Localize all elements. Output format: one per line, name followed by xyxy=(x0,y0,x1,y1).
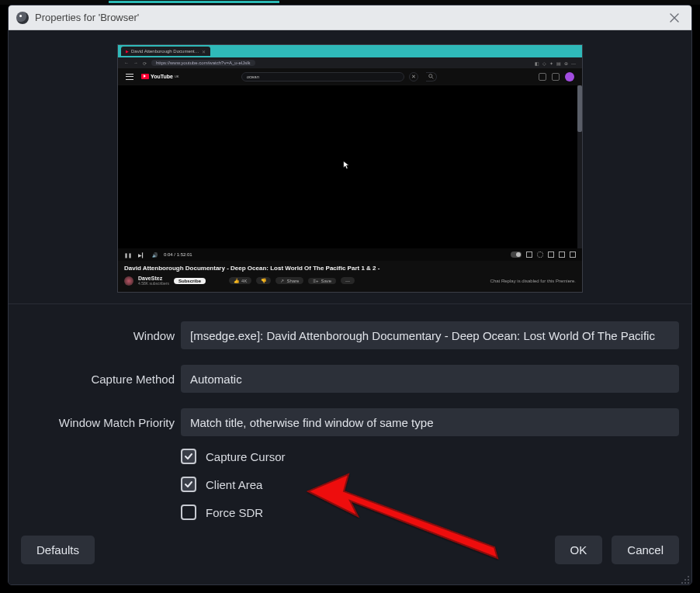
share-button: ↗Share xyxy=(275,277,303,284)
captions-icon xyxy=(526,251,532,258)
video-player xyxy=(118,85,582,248)
resize-grip-icon[interactable] xyxy=(681,574,690,583)
subscribe-button: Subscribe xyxy=(174,278,206,284)
fullscreen-icon xyxy=(570,251,576,258)
create-icon xyxy=(539,73,546,81)
svg-point-2 xyxy=(688,579,689,581)
checkbox-checked-icon xyxy=(181,477,196,492)
match-priority-label: Window Match Priority xyxy=(21,416,175,429)
client-area-label: Client Area xyxy=(206,478,262,491)
scrollbar xyxy=(577,85,582,248)
browser-toolbar-icons: ◧◇✦▤⊕⋯ xyxy=(535,61,576,66)
window-select[interactable]: [msedge.exe]: David Attenborough Documen… xyxy=(181,321,679,349)
settings-icon xyxy=(537,251,543,258)
youtube-search: ocean xyxy=(241,72,404,81)
force-sdr-label: Force SDR xyxy=(206,506,263,519)
checkbox-checked-icon xyxy=(181,449,196,464)
properties-form: Window [msedge.exe]: David Attenborough … xyxy=(9,304,691,526)
match-priority-select[interactable]: Match title, otherwise find window of sa… xyxy=(181,408,679,436)
pause-icon: ❚❚ xyxy=(124,252,132,258)
svg-point-1 xyxy=(688,576,689,577)
capture-preview: ▶ David Attenborough Document… ✕ ← → ⟳ h… xyxy=(117,44,583,293)
timecode: 0:04 / 1:52:01 xyxy=(164,252,192,257)
titlebar: Properties for 'Browser' xyxy=(9,5,691,30)
svg-point-6 xyxy=(681,582,683,584)
channel-name: DaveStez xyxy=(138,276,169,281)
close-button[interactable] xyxy=(665,9,684,27)
youtube-logo: YouTubeUK xyxy=(141,74,179,79)
next-icon: ▶▎ xyxy=(138,252,146,258)
obs-icon xyxy=(16,12,29,24)
theater-icon xyxy=(559,251,565,258)
svg-point-5 xyxy=(684,582,686,584)
more-icon: ⋯ xyxy=(345,278,350,283)
video-meta: David Attenborough Documentary - Deep Oc… xyxy=(118,261,582,292)
autoplay-toggle-icon xyxy=(511,251,522,258)
browser-addressbar: ← → ⟳ https://www.youtube.com/watch?v=A_… xyxy=(118,57,582,68)
thumbs-down-icon: 👎 xyxy=(261,278,266,283)
channel-avatar xyxy=(124,276,133,286)
browser-tab-label: David Attenborough Document… xyxy=(131,49,199,54)
search-icon xyxy=(426,72,437,81)
checkbox-unchecked-icon xyxy=(181,505,196,520)
dialog-footer: Defaults OK Cancel xyxy=(9,526,691,577)
avatar xyxy=(565,72,574,81)
share-icon: ↗ xyxy=(280,278,284,283)
miniplayer-icon xyxy=(548,251,554,258)
capture-method-select[interactable]: Automatic xyxy=(181,365,679,393)
capture-cursor-checkbox[interactable]: Capture Cursor xyxy=(181,449,679,464)
defaults-button[interactable]: Defaults xyxy=(21,536,95,564)
browser-tab: ▶ David Attenborough Document… ✕ xyxy=(121,47,210,56)
window-label: Window xyxy=(21,329,175,342)
save-icon: ≡+ xyxy=(313,279,318,283)
thumbs-up-icon: 👍 xyxy=(234,278,239,283)
youtube-header: YouTubeUK ocean ✕ xyxy=(118,68,582,85)
close-icon xyxy=(670,13,679,23)
clear-icon: ✕ xyxy=(409,72,418,81)
save-button-yt: ≡+Save xyxy=(308,278,336,284)
subscriber-count: 4.58K subscribers xyxy=(138,281,169,286)
svg-point-0 xyxy=(428,75,431,78)
chat-note: Chat Replay is disabled for this Premier… xyxy=(490,279,576,283)
capture-method-label: Capture Method xyxy=(21,373,175,386)
properties-dialog: Properties for 'Browser' ▶ David Attenbo… xyxy=(8,5,692,585)
svg-point-4 xyxy=(688,582,689,584)
reload-icon: ⟳ xyxy=(143,61,147,66)
video-title: David Attenborough Documentary - Deep Oc… xyxy=(124,265,576,272)
close-icon: ✕ xyxy=(202,49,206,54)
dialog-title: Properties for 'Browser' xyxy=(35,12,665,23)
notifications-icon xyxy=(552,73,560,81)
force-sdr-checkbox[interactable]: Force SDR xyxy=(181,505,679,520)
volume-icon: 🔊 xyxy=(152,252,158,258)
dislike-button: 👎 xyxy=(256,277,271,284)
ok-button[interactable]: OK xyxy=(555,536,603,564)
cursor-icon xyxy=(343,159,350,168)
svg-point-3 xyxy=(684,579,686,581)
client-area-checkbox[interactable]: Client Area xyxy=(181,477,679,492)
capture-cursor-label: Capture Cursor xyxy=(206,450,286,463)
cancel-button[interactable]: Cancel xyxy=(612,536,679,564)
url-text: https://www.youtube.com/watch?v=A_u-elJs… xyxy=(151,60,255,66)
back-icon: ← xyxy=(124,61,129,65)
browser-tabstrip: ▶ David Attenborough Document… ✕ xyxy=(118,45,582,57)
player-controls: ❚❚ ▶▎ 🔊 0:04 / 1:52:01 xyxy=(118,248,582,261)
forward-icon: → xyxy=(133,61,138,65)
preview-area: ▶ David Attenborough Document… ✕ ← → ⟳ h… xyxy=(9,30,691,304)
more-button: ⋯ xyxy=(341,277,355,284)
like-button: 👍4K xyxy=(229,277,251,284)
hamburger-icon xyxy=(126,74,133,80)
